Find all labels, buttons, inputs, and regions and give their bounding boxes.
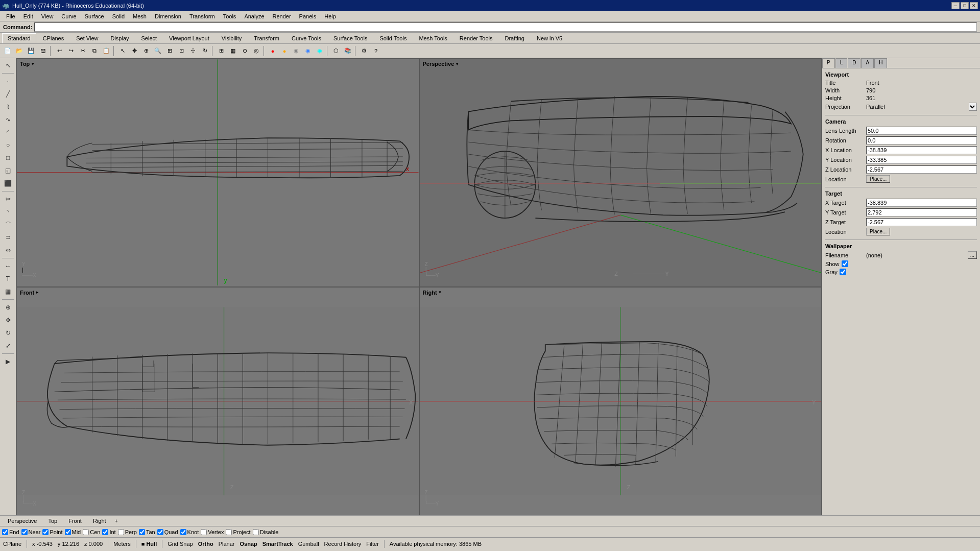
tb-paste[interactable]: 📋	[101, 45, 112, 57]
status-smarttrack[interactable]: SmartTrack	[262, 541, 293, 547]
tab-transform[interactable]: Transform	[248, 33, 285, 43]
snap-disable-checkbox[interactable]	[253, 529, 259, 535]
tb-redo[interactable]: ↪	[65, 45, 77, 57]
tab-mesh-tools[interactable]: Mesh Tools	[413, 33, 452, 43]
tb-grid[interactable]: ▦	[227, 45, 238, 57]
close-button[interactable]: ✕	[970, 2, 978, 9]
lt-offset[interactable]: ⊃	[1, 231, 15, 244]
tb-blue-sphere[interactable]: ◉	[302, 45, 314, 57]
menu-edit[interactable]: Edit	[19, 11, 37, 21]
tb-pan[interactable]: ☩	[187, 45, 199, 57]
tb-copy[interactable]: ⧉	[89, 45, 100, 57]
lt-mirror[interactable]: ⇔	[1, 244, 15, 256]
status-osnap[interactable]: Osnap	[240, 541, 257, 547]
panel-tab-p[interactable]: P	[822, 58, 835, 68]
snap-cen-checkbox[interactable]	[83, 529, 89, 535]
menu-panels[interactable]: Panels	[295, 11, 321, 21]
panel-show-checkbox[interactable]	[842, 260, 848, 267]
tab-setview[interactable]: Set View	[70, 33, 104, 43]
vp-tab-top[interactable]: Top	[42, 516, 63, 525]
lt-extrude[interactable]: ⬛	[1, 177, 15, 189]
lt-more[interactable]: ▶	[1, 355, 15, 368]
vp-top-label[interactable]: Top ▼	[20, 61, 35, 67]
status-record-history[interactable]: Record History	[324, 541, 362, 547]
tb-zoom-sel[interactable]: ⊡	[176, 45, 187, 57]
tb-4view[interactable]: ⊞	[216, 45, 227, 57]
vp-perspective-label[interactable]: Perspective ▼	[423, 61, 460, 67]
tb-zoom[interactable]: 🔍	[152, 45, 163, 57]
lt-rect[interactable]: □	[1, 152, 15, 164]
panel-gray-checkbox[interactable]	[840, 269, 846, 275]
menu-surface[interactable]: Surface	[81, 11, 108, 21]
tb-gray-sphere[interactable]: ◉	[291, 45, 302, 57]
tab-display[interactable]: Display	[105, 33, 134, 43]
viewport-right[interactable]: Right ▼	[419, 287, 822, 516]
menu-solid[interactable]: Solid	[108, 11, 129, 21]
snap-int-checkbox[interactable]	[102, 529, 108, 535]
snap-perp-checkbox[interactable]	[118, 529, 124, 535]
panel-tab-a[interactable]: A	[861, 58, 874, 68]
panel-tab-d[interactable]: D	[848, 58, 861, 68]
panel-target-place-button[interactable]: Place...	[866, 228, 890, 235]
lt-hatch[interactable]: ▦	[1, 285, 15, 298]
snap-tan-checkbox[interactable]	[139, 529, 145, 535]
panel-input-rotation[interactable]	[866, 136, 977, 145]
menu-analyze[interactable]: Analyze	[240, 11, 268, 21]
tab-solid-tools[interactable]: Solid Tools	[374, 33, 412, 43]
menu-help[interactable]: Help	[320, 11, 340, 21]
lt-blend[interactable]: ⌒	[1, 219, 15, 231]
snap-project-checkbox[interactable]	[226, 529, 232, 535]
tb-move[interactable]: ✥	[129, 45, 140, 57]
lt-surface[interactable]: ◱	[1, 164, 15, 177]
menu-curve[interactable]: Curve	[57, 11, 80, 21]
tb-render-mesh[interactable]: ⬡	[330, 45, 342, 57]
menu-render[interactable]: Render	[269, 11, 295, 21]
vp-tab-front[interactable]: Front	[63, 516, 87, 525]
panel-input-zloc[interactable]	[866, 165, 977, 174]
snap-quad-checkbox[interactable]	[157, 529, 163, 535]
tb-new[interactable]: 📄	[2, 45, 13, 57]
tab-standard[interactable]: Standard	[2, 33, 36, 43]
panel-input-xloc[interactable]	[866, 146, 977, 154]
viewport-perspective[interactable]: Perspective ▼	[419, 58, 822, 287]
menu-view[interactable]: View	[37, 11, 58, 21]
command-input[interactable]	[34, 22, 977, 32]
tab-visibility[interactable]: Visibility	[216, 33, 248, 43]
snap-vertex-checkbox[interactable]	[201, 529, 207, 535]
vp-tab-right[interactable]: Right	[87, 516, 112, 525]
tb-cut[interactable]: ✂	[77, 45, 88, 57]
vp-right-label[interactable]: Right ▼	[423, 290, 442, 296]
lt-arc[interactable]: ◜	[1, 126, 15, 138]
status-planar[interactable]: Planar	[219, 541, 235, 547]
viewport-front[interactable]: Front ►	[16, 287, 419, 516]
menu-file[interactable]: File	[2, 11, 19, 21]
tb-snap1[interactable]: ⊙	[239, 45, 250, 57]
snap-mid-checkbox[interactable]	[65, 529, 71, 535]
snap-near-checkbox[interactable]	[21, 529, 28, 535]
panel-browse-button[interactable]: ...	[968, 251, 977, 259]
tb-zoom-all[interactable]: ⊕	[140, 45, 152, 57]
vp-tab-perspective[interactable]: Perspective	[2, 516, 42, 525]
snap-knot-checkbox[interactable]	[180, 529, 186, 535]
tb-open[interactable]: 📂	[14, 45, 25, 57]
panel-input-ytarget[interactable]	[866, 208, 977, 217]
snap-point-checkbox[interactable]	[42, 529, 49, 535]
tb-orange-circle[interactable]: ●	[279, 45, 290, 57]
panel-projection-select[interactable]: ▼	[969, 103, 977, 111]
tb-save[interactable]: 💾	[26, 45, 37, 57]
tab-new-v5[interactable]: New in V5	[531, 33, 568, 43]
tb-snap2[interactable]: ◎	[251, 45, 262, 57]
tb-zoom-win[interactable]: ⊞	[164, 45, 175, 57]
status-gumball[interactable]: Gumball	[298, 541, 319, 547]
tab-cplanes[interactable]: CPlanes	[37, 33, 70, 43]
snap-end-checkbox[interactable]	[2, 529, 8, 535]
tab-curve-tools[interactable]: Curve Tools	[286, 33, 327, 43]
tab-surface-tools[interactable]: Surface Tools	[328, 33, 373, 43]
panel-camera-place-button[interactable]: Place...	[866, 175, 890, 183]
lt-dimension[interactable]: ↔	[1, 260, 15, 272]
tb-rotate[interactable]: ↻	[199, 45, 210, 57]
lt-point[interactable]: ·	[1, 75, 15, 87]
lt-select-arrow[interactable]: ↖	[1, 59, 15, 71]
tab-viewport-layout[interactable]: Viewport Layout	[163, 33, 215, 43]
tb-layer[interactable]: 📚	[342, 45, 353, 57]
